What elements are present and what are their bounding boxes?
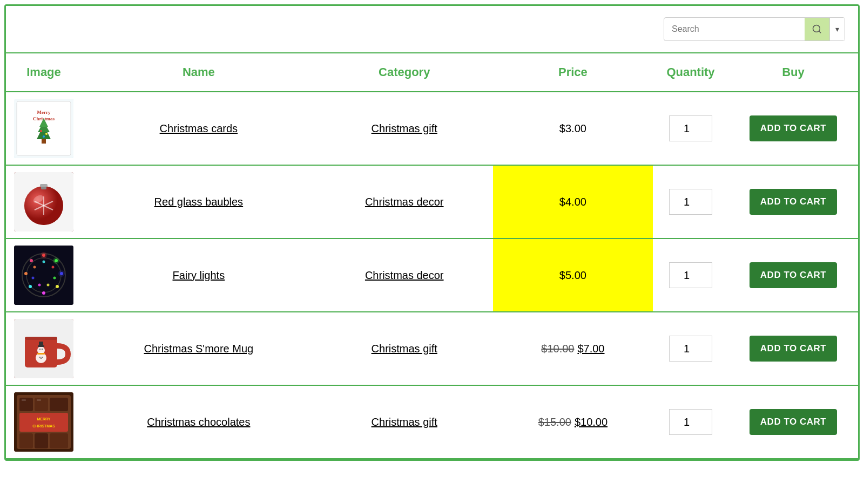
product-category-1[interactable]: Christmas gift (316, 92, 493, 165)
table-row: MERRY CHRISTMAS Christmas chocolatesChri… (6, 385, 858, 459)
quantity-input-3[interactable] (669, 262, 712, 288)
original-price: $15.00 (538, 416, 571, 428)
add-to-cart-button-3[interactable]: ADD TO CART (750, 262, 837, 288)
product-buy-cell-4: ADD TO CART (728, 312, 858, 385)
svg-point-45 (37, 346, 45, 354)
svg-rect-53 (37, 353, 45, 355)
col-category: Category (316, 53, 493, 92)
product-category-3[interactable]: Christmas decor (316, 239, 493, 312)
search-dropdown-button[interactable]: ▾ (829, 18, 845, 40)
svg-rect-52 (39, 342, 43, 346)
table-row: Fairy lightsChristmas decor$5.00ADD TO C… (6, 239, 858, 312)
search-button[interactable] (805, 18, 829, 40)
product-name-3[interactable]: Fairy lights (82, 239, 316, 312)
col-name: Name (82, 53, 316, 92)
product-buy-cell-2: ADD TO CART (728, 165, 858, 239)
svg-point-10 (45, 133, 48, 135)
svg-point-36 (38, 284, 41, 287)
svg-point-33 (52, 266, 55, 269)
svg-point-49 (40, 358, 42, 359)
add-to-cart-button-1[interactable]: ADD TO CART (750, 115, 837, 141)
quantity-input-2[interactable] (669, 189, 712, 215)
svg-rect-20 (40, 184, 48, 187)
product-quantity-cell-1 (653, 92, 728, 165)
product-name-4[interactable]: Christmas S'more Mug (82, 312, 316, 385)
product-price-2: $4.00 (493, 165, 653, 239)
svg-text:CHRISTMAS: CHRISTMAS (32, 424, 55, 428)
col-image: Image (6, 53, 82, 92)
svg-rect-54 (25, 337, 57, 340)
svg-point-46 (39, 349, 40, 350)
quantity-input-1[interactable] (669, 115, 712, 141)
add-to-cart-button-4[interactable]: ADD TO CART (750, 336, 837, 362)
svg-rect-66 (22, 399, 26, 401)
header: ▾ (6, 6, 858, 53)
svg-text:Merry: Merry (37, 110, 51, 115)
table-row: Merry Christmas Christmas cardsChristmas… (6, 92, 858, 165)
original-price: $10.00 (541, 343, 574, 355)
svg-point-30 (24, 272, 28, 275)
svg-rect-62 (50, 398, 68, 411)
col-buy: Buy (728, 53, 858, 92)
product-image-2 (6, 165, 82, 239)
add-to-cart-button-2[interactable]: ADD TO CART (750, 189, 837, 215)
search-input[interactable] (664, 20, 805, 38)
svg-rect-57 (19, 413, 68, 432)
svg-point-38 (33, 266, 36, 269)
product-quantity-cell-2 (653, 165, 728, 239)
svg-point-28 (42, 291, 45, 295)
product-price-5: $15.00$10.00 (493, 385, 653, 459)
add-to-cart-button-5[interactable]: ADD TO CART (750, 409, 837, 435)
search-container: ▾ (664, 17, 845, 41)
svg-point-37 (32, 277, 35, 280)
table-row: Red glass baublesChristmas decor$4.00ADD… (6, 165, 858, 239)
product-buy-cell-5: ADD TO CART (728, 385, 858, 459)
svg-point-50 (42, 357, 43, 358)
product-quantity-cell-3 (653, 239, 728, 312)
product-name-5[interactable]: Christmas chocolates (82, 385, 316, 459)
svg-point-27 (56, 285, 59, 288)
product-name-2[interactable]: Red glass baubles (82, 165, 316, 239)
svg-rect-67 (37, 399, 41, 401)
table-row: Christmas S'more MugChristmas gift$10.00… (6, 312, 858, 385)
product-quantity-cell-5 (653, 385, 728, 459)
sale-price: $7.00 (577, 343, 604, 355)
svg-point-47 (42, 349, 43, 350)
svg-point-31 (30, 259, 33, 262)
product-price-3: $5.00 (493, 239, 653, 312)
quantity-input-5[interactable] (669, 409, 712, 435)
product-price-1: $3.00 (493, 92, 653, 165)
svg-point-39 (40, 252, 47, 258)
product-category-5[interactable]: Christmas gift (316, 385, 493, 459)
svg-point-40 (53, 257, 59, 264)
svg-rect-65 (50, 433, 68, 448)
svg-point-32 (43, 261, 45, 263)
table-header-row: Image Name Category Price Quantity Buy (6, 53, 858, 92)
product-quantity-cell-4 (653, 312, 728, 385)
svg-rect-64 (35, 433, 48, 448)
product-image-5: MERRY CHRISTMAS (6, 385, 82, 459)
product-image-1: Merry Christmas (6, 92, 82, 165)
svg-rect-8 (42, 139, 46, 144)
product-category-2[interactable]: Christmas decor (316, 165, 493, 239)
svg-point-48 (39, 357, 40, 358)
product-price-4: $10.00$7.00 (493, 312, 653, 385)
svg-text:MERRY: MERRY (37, 417, 50, 421)
col-quantity: Quantity (653, 53, 728, 92)
product-buy-cell-1: ADD TO CART (728, 92, 858, 165)
svg-point-41 (58, 270, 65, 277)
svg-rect-60 (19, 398, 33, 411)
svg-rect-63 (19, 433, 33, 448)
product-name-1[interactable]: Christmas cards (82, 92, 316, 165)
svg-rect-61 (35, 398, 48, 411)
col-price: Price (493, 53, 653, 92)
quantity-input-4[interactable] (669, 336, 712, 362)
page-wrapper: ▾ Image Name Category Price Quantity Buy… (4, 4, 860, 461)
product-category-4[interactable]: Christmas gift (316, 312, 493, 385)
product-buy-cell-3: ADD TO CART (728, 239, 858, 312)
sale-price: $10.00 (575, 416, 608, 428)
product-image-4 (6, 312, 82, 385)
svg-point-34 (53, 277, 56, 280)
svg-point-11 (43, 135, 45, 138)
product-table: Image Name Category Price Quantity Buy M… (6, 53, 858, 459)
